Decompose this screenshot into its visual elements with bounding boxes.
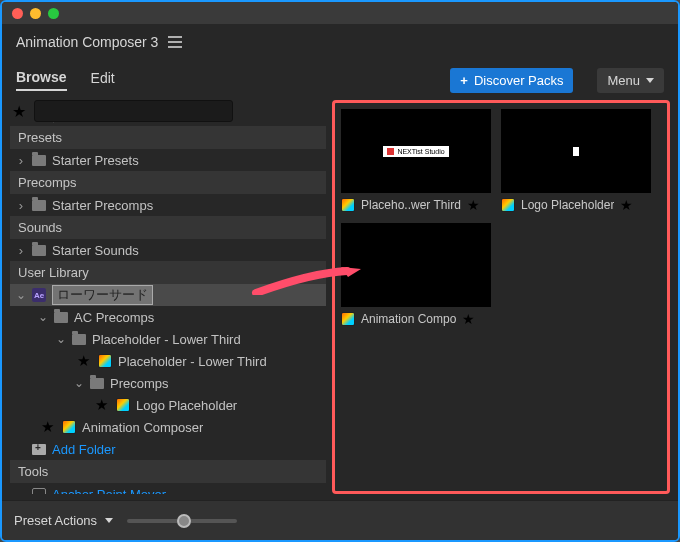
tree-row-precomps-sub[interactable]: Precomps [10,372,326,394]
section-user-library[interactable]: User Library [10,261,326,284]
tree-label: Placeholder - Lower Third [118,354,267,369]
tree-label: Starter Precomps [52,198,153,213]
tree-row-starter-sounds[interactable]: Starter Sounds [10,239,326,261]
tree-label: Precomps [110,376,169,391]
comp-icon [501,198,515,212]
app-title-row: Animation Composer 3 [2,24,678,60]
favorite-star-icon[interactable]: ★ [467,197,480,213]
caret-icon[interactable] [16,243,26,258]
section-sounds[interactable]: Sounds [10,216,326,239]
comp-icon [98,354,112,368]
folder-icon [32,155,46,166]
favorite-star-icon[interactable]: ★ [38,418,56,436]
ae-project-icon: Ae [32,288,46,302]
folder-icon [32,245,46,256]
thumbnail [501,109,651,193]
section-tools[interactable]: Tools [10,460,326,483]
folder-icon [54,312,68,323]
comp-icon [341,312,355,326]
tree-label: AC Precomps [74,310,154,325]
gallery: NEXTist Studio Placeho..wer Third ★ Logo… [332,100,670,494]
tree-label: Logo Placeholder [136,398,237,413]
thumbnail-size-slider[interactable] [127,519,237,523]
menu-label: Menu [607,73,640,88]
folder-icon [32,200,46,211]
caret-icon[interactable] [16,198,26,213]
preset-actions-label: Preset Actions [14,513,97,528]
favorites-filter-icon[interactable]: ★ [10,102,28,121]
thumbnail [341,223,491,307]
tab-browse[interactable]: Browse [16,69,67,91]
folder-icon [90,378,104,389]
tree-label: Starter Presets [52,153,139,168]
tree-row-anchor-point-mover[interactable]: Anchor Point Mover [10,483,326,494]
zoom-window-button[interactable] [48,8,59,19]
tabs-row: Browse Edit + Discover Packs Menu [2,60,678,100]
minimize-window-button[interactable] [30,8,41,19]
tree-row-lower-third[interactable]: Ae ローワーサード [10,284,326,306]
tree-label: Animation Composer [82,420,203,435]
tree-row-add-folder[interactable]: Add Folder [10,438,326,460]
sidebar: ★ Presets Starter Presets Precomps St [10,100,326,494]
discover-packs-button[interactable]: + Discover Packs [450,68,573,93]
tree-row-animation-composer[interactable]: ★ Animation Composer [10,416,326,438]
chevron-down-icon [646,78,654,83]
caret-icon[interactable] [16,153,26,168]
hamburger-icon[interactable] [168,36,182,48]
thumbnail-label: Animation Compo [361,312,456,326]
favorite-star-icon[interactable]: ★ [92,396,110,414]
favorite-star-icon[interactable]: ★ [620,197,633,213]
tree-label: Add Folder [52,442,116,457]
gallery-item-animation-composer[interactable]: Animation Compo ★ [341,223,491,327]
add-folder-icon [32,444,46,455]
thumbnail-label: Logo Placeholder [521,198,614,212]
tree-label: Anchor Point Mover [52,487,166,495]
tree-label: Starter Sounds [52,243,139,258]
app-title: Animation Composer 3 [16,34,158,50]
tree-row-placeholder-folder[interactable]: Placeholder - Lower Third [10,328,326,350]
favorite-star-icon[interactable]: ★ [74,352,92,370]
tree-row-placeholder-item[interactable]: ★ Placeholder - Lower Third [10,350,326,372]
caret-icon[interactable] [74,376,84,390]
tree-row-logo-placeholder[interactable]: ★ Logo Placeholder [10,394,326,416]
tree: Presets Starter Presets Precomps Starter… [10,126,326,494]
caret-icon[interactable] [16,288,26,302]
comp-icon [62,420,76,434]
window-controls [12,8,59,19]
gallery-item-placeholder-lower-third[interactable]: NEXTist Studio Placeho..wer Third ★ [341,109,491,213]
chevron-down-icon [105,518,113,523]
thumbnail-label: Placeho..wer Third [361,198,461,212]
close-window-button[interactable] [12,8,23,19]
favorite-star-icon[interactable]: ★ [462,311,475,327]
tool-icon [32,488,46,494]
tree-row-ac-precomps[interactable]: AC Precomps [10,306,326,328]
section-presets[interactable]: Presets [10,126,326,149]
folder-icon [72,334,86,345]
bottom-bar: Preset Actions [2,500,678,540]
menu-button[interactable]: Menu [597,68,664,93]
tab-edit[interactable]: Edit [91,70,115,90]
preset-actions-dropdown[interactable]: Preset Actions [14,513,113,528]
discover-packs-label: Discover Packs [474,73,564,88]
caret-icon[interactable] [38,310,48,324]
slider-knob[interactable] [177,514,191,528]
tree-row-starter-presets[interactable]: Starter Presets [10,149,326,171]
comp-icon [341,198,355,212]
caret-icon[interactable] [56,332,66,346]
tree-label: Placeholder - Lower Third [92,332,241,347]
titlebar [2,2,678,24]
search-input[interactable] [34,100,233,122]
thumbnail: NEXTist Studio [341,109,491,193]
section-precomps[interactable]: Precomps [10,171,326,194]
tree-label: ローワーサード [52,285,153,305]
tree-row-starter-precomps[interactable]: Starter Precomps [10,194,326,216]
gallery-item-logo-placeholder[interactable]: Logo Placeholder ★ [501,109,651,213]
comp-icon [116,398,130,412]
